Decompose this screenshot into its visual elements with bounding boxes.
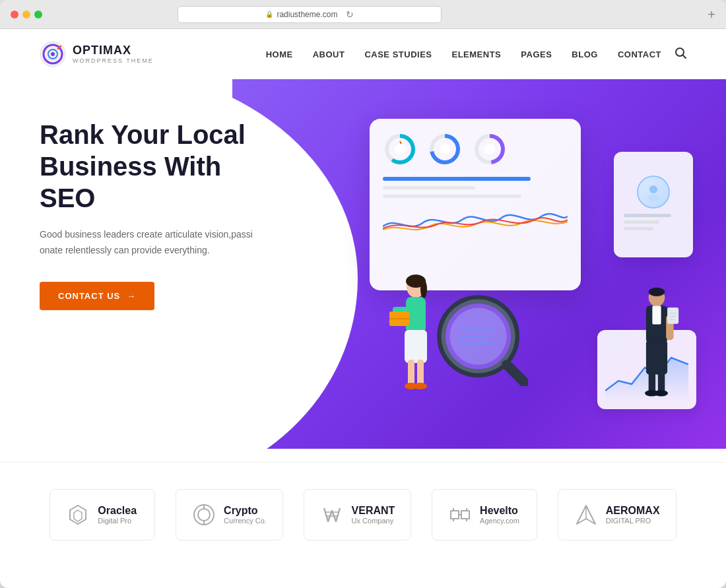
crypto-icon	[192, 503, 216, 527]
header: OPTIMAX WORDPRESS THEME HOME ABOUT CASE …	[0, 29, 726, 79]
browser-chrome: 🔒 radiustheme.com ↻ +	[0, 0, 726, 29]
avatar	[637, 176, 670, 209]
hero-description: Good business leaders create articulate …	[40, 227, 264, 259]
partner-verant: VERANT Ux Company	[304, 489, 412, 540]
nav-blog[interactable]: BLOG	[572, 49, 598, 59]
partner-oraclea: Oraclea Digital Pro	[50, 489, 155, 540]
partner-sub-aeromax: DIGITAL PRO	[606, 517, 660, 525]
dash-line-3	[383, 195, 521, 198]
partner-text-oraclea: Oraclea Digital Pro	[98, 505, 137, 525]
svg-point-9	[395, 144, 405, 154]
svg-point-53	[198, 509, 210, 521]
svg-point-18	[647, 195, 659, 201]
svg-point-13	[440, 144, 450, 154]
hero-title: Rank Your Local Business With SEO	[40, 119, 264, 214]
svg-point-32	[649, 288, 665, 296]
svg-rect-25	[417, 360, 424, 386]
dashboard-card	[370, 119, 581, 290]
oraclea-icon	[66, 503, 90, 527]
profile-line-2	[624, 220, 659, 224]
figure-woman	[389, 271, 442, 403]
magnifying-glass	[436, 294, 528, 386]
aeromax-icon	[574, 503, 598, 527]
browser-window: 🔒 radiustheme.com ↻ + OPTIMAX WORDPRESS	[0, 0, 726, 588]
svg-rect-23	[405, 330, 427, 363]
hero-illustration	[356, 99, 700, 416]
user-icon	[644, 182, 663, 202]
close-button[interactable]	[11, 11, 18, 18]
logo-name: OPTIMAX	[73, 44, 154, 58]
svg-point-21	[420, 280, 427, 298]
profile-card	[614, 152, 693, 257]
svg-point-17	[649, 185, 657, 193]
nav-home[interactable]: HOME	[266, 49, 293, 59]
partner-sub-crypto: Currency Co.	[224, 517, 267, 525]
partner-hevelto: Hevelto Agency.com	[432, 489, 537, 540]
svg-rect-41	[667, 308, 678, 324]
partner-crypto: Crypto Currency Co.	[176, 489, 283, 540]
svg-point-16	[484, 144, 495, 154]
url-bar[interactable]: 🔒 radiustheme.com ↻	[178, 6, 442, 23]
svg-line-48	[507, 365, 527, 385]
logo-text: OPTIMAX WORDPRESS THEME	[73, 44, 154, 65]
dash-line-2	[383, 186, 475, 189]
svg-point-39	[654, 390, 668, 396]
partner-sub-oraclea: Digital Pro	[98, 517, 137, 525]
partners-section: Oraclea Digital Pro Crypto Currency Co.	[0, 462, 726, 567]
page-content: OPTIMAX WORDPRESS THEME HOME ABOUT CASE …	[0, 29, 726, 567]
partner-name-crypto: Crypto	[224, 505, 267, 517]
new-tab-button[interactable]: +	[708, 8, 715, 21]
donut-chart-1	[383, 132, 417, 166]
contact-us-button[interactable]: CONTACT US →	[40, 282, 154, 310]
logo-icon	[40, 41, 66, 67]
partner-name-oraclea: Oraclea	[98, 505, 137, 517]
figure-man	[634, 284, 680, 403]
donut-chart-2	[428, 132, 462, 166]
verant-icon	[320, 503, 344, 527]
svg-rect-24	[408, 360, 414, 386]
cta-arrow: →	[127, 291, 136, 301]
traffic-lights	[11, 11, 42, 18]
svg-rect-36	[649, 372, 655, 393]
partner-text-verant: VERANT Ux Company	[352, 505, 395, 525]
logo[interactable]: OPTIMAX WORDPRESS THEME	[40, 41, 154, 67]
partner-name-aeromax: AEROMAX	[606, 505, 660, 517]
partner-text-crypto: Crypto Currency Co.	[224, 505, 267, 525]
hero-content: Rank Your Local Business With SEO Good b…	[0, 79, 304, 337]
svg-rect-37	[658, 372, 665, 393]
nav-case-studies[interactable]: CASE STUDIES	[364, 49, 432, 59]
svg-rect-35	[646, 340, 667, 374]
minimize-button[interactable]	[22, 11, 30, 18]
nav-about[interactable]: ABOUT	[313, 49, 345, 59]
svg-rect-56	[451, 511, 459, 519]
partner-sub-hevelto: Agency.com	[480, 517, 519, 525]
svg-rect-57	[461, 511, 469, 519]
refresh-icon[interactable]: ↻	[346, 9, 354, 20]
profile-info-lines	[624, 214, 683, 234]
nav-contact[interactable]: CONTACT	[618, 49, 661, 59]
cta-label: CONTACT US	[58, 291, 120, 301]
profile-line-1	[624, 214, 671, 217]
profile-line-3	[624, 227, 653, 230]
maximize-button[interactable]	[34, 11, 42, 18]
wave-chart	[383, 203, 568, 236]
main-nav: HOME ABOUT CASE STUDIES ELEMENTS PAGES B…	[266, 49, 661, 59]
partner-name-verant: VERANT	[352, 505, 395, 517]
donut-chart-3	[473, 132, 507, 166]
search-button[interactable]	[675, 47, 686, 62]
dash-line-1	[383, 177, 531, 181]
partner-text-aeromax: AEROMAX DIGITAL PRO	[606, 505, 660, 525]
nav-pages[interactable]: PAGES	[521, 49, 552, 59]
partner-sub-verant: Ux Company	[352, 517, 395, 525]
nav-elements[interactable]: ELEMENTS	[451, 49, 501, 59]
svg-line-6	[683, 55, 686, 58]
url-text: radiustheme.com	[277, 10, 337, 19]
partner-name-hevelto: Hevelto	[480, 505, 519, 517]
partner-text-hevelto: Hevelto Agency.com	[480, 505, 519, 525]
logo-subtitle: WORDPRESS THEME	[73, 57, 154, 65]
hero-section: Rank Your Local Business With SEO Good b…	[0, 79, 726, 449]
svg-point-27	[414, 383, 427, 389]
dash-circles	[383, 132, 568, 166]
hevelto-icon	[448, 503, 472, 527]
search-icon	[675, 47, 686, 59]
